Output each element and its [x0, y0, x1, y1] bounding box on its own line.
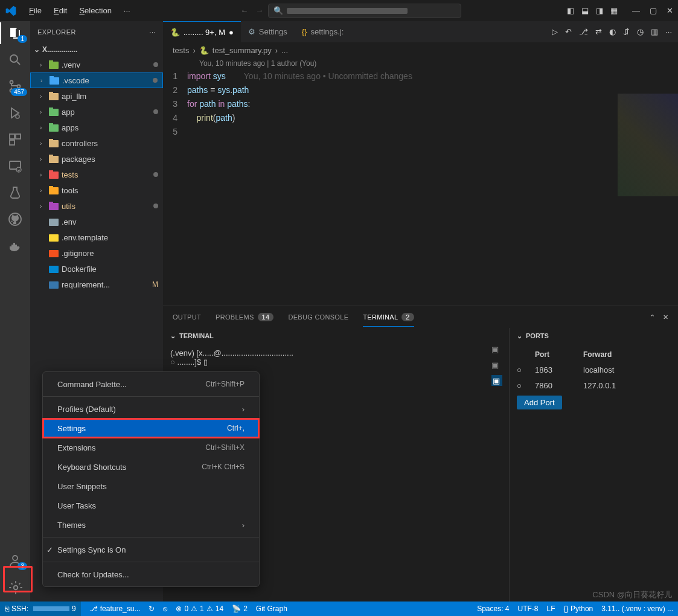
menu-file[interactable]: File: [24, 4, 46, 18]
close-icon[interactable]: ✕: [667, 6, 673, 15]
codelens[interactable]: You, 10 minutes ago | 1 author (You): [163, 57, 678, 69]
live-share-icon[interactable]: ⎋: [163, 605, 167, 613]
tree-item-env[interactable]: .env: [30, 214, 163, 229]
explorer-badge: 1: [18, 35, 27, 43]
github-icon[interactable]: [8, 212, 22, 226]
panel-maximize-icon[interactable]: ⌃: [650, 313, 655, 321]
branch-indicator[interactable]: ⎇feature_su...: [89, 605, 141, 613]
tree-item-controllers[interactable]: › controllers: [30, 135, 163, 151]
more-icon[interactable]: ···: [665, 27, 672, 36]
add-port-button[interactable]: Add Port: [517, 396, 562, 409]
menu-item-settings-sync-is-on[interactable]: ✓Settings Sync is On: [43, 540, 259, 559]
nav-back-icon[interactable]: ←: [240, 6, 248, 15]
interpreter-indicator[interactable]: 3.11.. (.venv : venv) ...: [601, 605, 673, 613]
panel-tab-problems[interactable]: PROBLEMS14: [216, 313, 273, 321]
chevron-down-icon[interactable]: ⌄: [170, 332, 176, 340]
panel-tab-terminal[interactable]: TERMINAL2: [363, 313, 414, 327]
layout-primary-icon[interactable]: ◧: [567, 6, 574, 15]
tree-item-gitignore[interactable]: .gitignore: [30, 245, 163, 261]
explorer-more-icon[interactable]: ···: [149, 28, 156, 36]
testing-icon[interactable]: [8, 185, 22, 200]
editor-tab[interactable]: 🐍......... 9+, M●: [163, 21, 241, 43]
tree-item-api_llm[interactable]: › api_llm: [30, 88, 163, 104]
arrows-icon[interactable]: ⇵: [623, 27, 630, 36]
folder-header[interactable]: ⌄ X...............: [30, 42, 163, 57]
python-file-icon: [48, 279, 59, 290]
diff-icon[interactable]: ◐: [609, 27, 616, 36]
watermark: CSDN @向日葵花籽儿: [592, 589, 672, 600]
menu-item-check-for-updates-[interactable]: Check for Updates...: [43, 565, 259, 584]
ports-indicator[interactable]: 📡2: [232, 605, 248, 613]
panel-close-icon[interactable]: ✕: [663, 313, 668, 321]
menu-item-themes[interactable]: Themes›: [43, 515, 259, 534]
terminal-instance-icon[interactable]: ▣: [491, 375, 502, 386]
editor-tab[interactable]: ⚙Settings: [241, 21, 295, 43]
panel-tab-output[interactable]: OUTPUT: [173, 313, 201, 321]
nav-forward-icon[interactable]: →: [255, 6, 263, 15]
editor-actions: ▷↶⎇⇄◐⇵◷▥···: [552, 27, 678, 36]
menu-item-user-tasks[interactable]: User Tasks: [43, 496, 259, 515]
code-editor[interactable]: You, 10 minutes ago | 1 author (You) 1im…: [163, 57, 678, 306]
encoding-indicator[interactable]: UTF-8: [518, 605, 539, 613]
layout-customize-icon[interactable]: ▦: [610, 6, 618, 15]
menu-item-keyboard-shortcuts[interactable]: Keyboard ShortcutsCtrl+K Ctrl+S: [43, 457, 259, 476]
indentation-indicator[interactable]: Spaces: 4: [477, 605, 509, 613]
remote-explorer-icon[interactable]: [8, 159, 22, 173]
menu-item-profiles-default-[interactable]: Profiles (Default)›: [43, 399, 259, 419]
branch-icon[interactable]: ⎇: [579, 27, 588, 36]
terminal-instance-icon[interactable]: ▣: [491, 361, 502, 371]
tree-item-vscode[interactable]: › .vscode: [30, 72, 163, 88]
layout-panel-icon[interactable]: ⬓: [581, 6, 589, 15]
menu-edit[interactable]: Edit: [49, 4, 72, 18]
chevron-right-icon: ›: [40, 124, 46, 131]
undo-icon[interactable]: ↶: [565, 27, 572, 36]
menu-item-settings[interactable]: SettingsCtrl+,: [43, 419, 259, 438]
compare-icon[interactable]: ⇄: [595, 27, 602, 36]
gitgraph-indicator[interactable]: Git Graph: [256, 605, 287, 613]
tree-item-utils[interactable]: › utils: [30, 198, 163, 214]
chevron-down-icon[interactable]: ⌄: [517, 332, 522, 340]
run-debug-icon[interactable]: [8, 106, 22, 120]
menu-item-command-palette-[interactable]: Command Palette...Ctrl+Shift+P: [43, 374, 259, 394]
tree-item-tools[interactable]: › tools: [30, 182, 163, 198]
minimap[interactable]: [618, 94, 678, 196]
menu-item-extensions[interactable]: ExtensionsCtrl+Shift+X: [43, 438, 259, 457]
terminal-instance-icon[interactable]: ▣: [491, 345, 502, 356]
explorer-icon[interactable]: 1: [8, 26, 22, 40]
eol-indicator[interactable]: LF: [547, 605, 555, 613]
layout-secondary-icon[interactable]: ◨: [596, 6, 603, 15]
menu-item-user-snippets[interactable]: User Snippets: [43, 476, 259, 496]
menu-more[interactable]: ···: [119, 4, 135, 18]
svg-rect-34: [49, 234, 59, 242]
port-row[interactable]: ○1863localhost: [517, 362, 671, 377]
problems-indicator[interactable]: ⊗0 ⚠1 ⚠14: [176, 605, 223, 613]
tree-item-packages[interactable]: › packages: [30, 151, 163, 167]
maximize-icon[interactable]: ▢: [650, 6, 657, 15]
svg-rect-14: [49, 60, 53, 62]
sync-indicator[interactable]: ↻: [149, 605, 155, 613]
tree-item-requirement[interactable]: requirement... M: [30, 277, 163, 292]
terminal[interactable]: (.venv) [x.....@........................…: [163, 344, 485, 371]
panel-tab-debug[interactable]: DEBUG CONSOLE: [288, 313, 348, 321]
clock-icon[interactable]: ◷: [637, 27, 644, 36]
play-icon[interactable]: ▷: [552, 27, 558, 36]
tree-item-envtemplate[interactable]: .env.template: [30, 229, 163, 245]
remote-indicator[interactable]: ⎘SSH: 9: [0, 602, 81, 616]
docker-icon[interactable]: [8, 239, 22, 253]
search-icon[interactable]: [8, 53, 22, 67]
tree-item-app[interactable]: › app: [30, 104, 163, 120]
tree-item-venv[interactable]: › .venv: [30, 57, 163, 72]
editor-tab[interactable]: {}settings.j:: [295, 21, 351, 43]
extensions-icon[interactable]: [8, 132, 22, 147]
breadcrumb[interactable]: tests› 🐍test_summary.py› ...: [163, 43, 678, 57]
port-row[interactable]: ○7860127.0.0.1: [517, 377, 671, 393]
minimize-icon[interactable]: —: [632, 6, 640, 15]
tree-item-tests[interactable]: › tests: [30, 167, 163, 182]
layout-icon[interactable]: ▥: [651, 27, 658, 36]
source-control-icon[interactable]: 457: [8, 79, 22, 94]
language-indicator[interactable]: {} Python: [564, 605, 593, 613]
command-center[interactable]: 🔍: [268, 4, 461, 18]
tree-item-apps[interactable]: › apps: [30, 120, 163, 135]
tree-item-Dockerfile[interactable]: Dockerfile: [30, 261, 163, 277]
menu-selection[interactable]: Selection: [74, 4, 116, 18]
